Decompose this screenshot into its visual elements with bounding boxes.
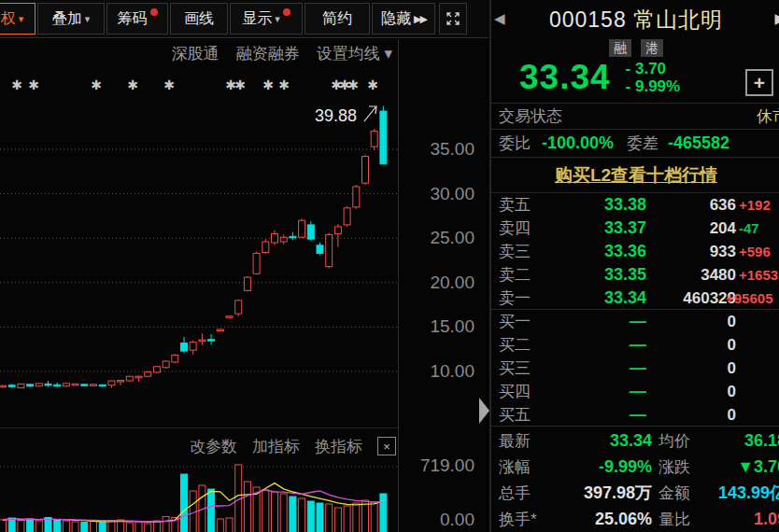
bid-volume: 0 <box>646 336 736 355</box>
stat-label: 量比 <box>652 509 706 530</box>
ask-level-label: 卖四 <box>499 217 547 239</box>
peak-price-label: 39.88 <box>315 106 357 126</box>
weicha-value: -465582 <box>668 133 729 153</box>
indicator-link-2[interactable]: 加指标 <box>252 436 300 457</box>
stat-value: 33.34 <box>553 431 652 451</box>
add-to-watchlist-button[interactable]: + <box>745 69 773 96</box>
volume-tick: 0.00 <box>440 510 474 530</box>
ask-volume: 933 <box>646 243 736 261</box>
bid-price: — <box>547 405 646 425</box>
stat-value: ▼3.70 <box>706 457 779 477</box>
stat-label: 最新 <box>499 430 553 452</box>
last-price: 33.34 <box>519 58 611 97</box>
bid-row[interactable]: 买三—0 <box>491 357 779 380</box>
stock-app-window: 权▾叠加▾筹码画线显示▾简约隐藏▶▶ 深股通融资融券设置均线 ▾ ✱✱✱✱✱✱✱… <box>0 0 779 532</box>
ask-price: 33.38 <box>547 195 646 215</box>
bid-level-label: 买四 <box>499 381 547 402</box>
bid-level-label: 买二 <box>499 334 547 356</box>
ask-level-label: 卖三 <box>499 241 547 262</box>
indicator-toolbar: 改参数加指标换指标× <box>0 435 396 457</box>
weibi-label: 委比 <box>499 133 531 154</box>
ask-row[interactable]: 卖二33.353480+1653 <box>491 263 779 287</box>
stats-row: 涨幅-9.99%涨跌▼3.70 <box>491 454 779 480</box>
ask-level-label: 卖一 <box>499 287 547 309</box>
svg-text:✱: ✱ <box>28 77 39 92</box>
stat-value: 397.98万 <box>553 482 652 504</box>
ask-level-label: 卖五 <box>499 194 547 216</box>
price-row: 33.34 - 3.70 - 9.99% <box>519 58 680 97</box>
ask-row[interactable]: 卖一33.34460329+95605 <box>491 287 779 310</box>
bid-level-label: 买一 <box>499 311 547 332</box>
change-amount: - 3.70 <box>626 60 666 77</box>
stat-label: 总手 <box>499 483 553 504</box>
svg-text:✱: ✱ <box>91 77 102 92</box>
bid-volume: 0 <box>646 383 736 401</box>
ask-volume: 3480 <box>646 266 736 285</box>
price-tick: 10.00 <box>430 361 474 382</box>
stock-name: 常山北明 <box>633 7 723 32</box>
ask-row[interactable]: 卖三33.36933+596 <box>491 240 779 263</box>
stat-label: 换手* <box>499 509 553 530</box>
trade-status-value: 休市 <box>757 105 779 127</box>
stats-row: 换手*25.06%量比1.09 <box>491 506 779 532</box>
svg-text:✱: ✱ <box>234 77 246 92</box>
ask-volume: 204 <box>646 219 736 238</box>
buy-l2-link[interactable]: 购买L2查看十档行情 <box>555 163 717 188</box>
ask-row[interactable]: 卖四33.37204-47 <box>491 217 779 240</box>
bid-volume: 0 <box>646 406 736 425</box>
stat-value: 1.09 <box>706 510 779 529</box>
stats-row: 总手397.98万金额143.99亿 <box>491 480 779 506</box>
stock-badges: 融港 <box>491 39 779 57</box>
price-change: - 3.70 - 9.99% <box>626 60 681 95</box>
bid-table: 买一—0买二—0买三—0买四—0买五—0 <box>491 310 779 427</box>
bid-volume: 0 <box>646 359 736 378</box>
prev-stock-icon[interactable]: ◀ <box>494 10 505 27</box>
bid-price: — <box>547 312 646 331</box>
bid-level-label: 买五 <box>499 404 547 426</box>
indicator-link-1[interactable]: 改参数 <box>190 436 237 457</box>
bid-row[interactable]: 买一—0 <box>491 310 779 333</box>
svg-text:✱: ✱ <box>11 77 22 92</box>
change-percent: - 9.99% <box>626 77 681 95</box>
close-icon[interactable]: × <box>377 437 396 455</box>
indicator-link-3[interactable]: 换指标 <box>315 436 362 457</box>
bid-row[interactable]: 买四—0 <box>491 380 779 403</box>
ask-volume-delta: +1653 <box>736 267 779 283</box>
l2-promo-row: 购买L2查看十档行情 <box>491 158 779 193</box>
bid-row[interactable]: 买五—0 <box>491 403 779 427</box>
bid-level-label: 买三 <box>499 357 547 379</box>
bid-volume: 0 <box>646 313 736 331</box>
stats-row: 最新33.34均价36.18 <box>491 427 779 454</box>
stat-label: 涨幅 <box>499 456 553 478</box>
stat-value: 143.99亿 <box>706 482 779 504</box>
quote-panel: ◀ ▶ 000158 常山北明 融港 33.34 - 3.70 - 9.99% … <box>489 0 779 532</box>
trade-status-label: 交易状态 <box>499 105 562 127</box>
weicha-label: 委差 <box>627 133 659 154</box>
panel-collapse-handle[interactable] <box>479 398 489 424</box>
next-stock-icon[interactable]: ▶ <box>774 10 779 27</box>
svg-text:✱: ✱ <box>367 77 378 92</box>
ask-price: 33.34 <box>547 288 646 308</box>
stat-label: 金额 <box>652 483 706 504</box>
price-tick: 15.00 <box>430 316 474 337</box>
price-tick: 20.00 <box>430 273 474 293</box>
ask-volume-delta: +95605 <box>723 290 779 306</box>
bid-price: — <box>547 358 646 378</box>
bid-row[interactable]: 买二—0 <box>491 333 779 357</box>
price-tick: 35.00 <box>430 139 474 160</box>
stat-label: 均价 <box>652 430 706 452</box>
order-summary-row: 委比 -100.00% 委差 -465582 <box>491 130 779 158</box>
stats-table: 最新33.34均价36.18涨幅-9.99%涨跌▼3.70总手397.98万金额… <box>491 427 779 532</box>
stock-badge-2: 港 <box>641 39 663 57</box>
ask-price: 33.36 <box>547 242 646 261</box>
stat-value: 36.18 <box>706 431 779 451</box>
weibi-value: -100.00% <box>542 133 614 153</box>
ask-volume-delta: +596 <box>736 244 779 259</box>
stat-value: -9.99% <box>553 457 652 477</box>
ask-level-label: 卖二 <box>499 264 547 286</box>
svg-text:✱: ✱ <box>278 77 290 92</box>
price-tick: 25.00 <box>430 228 474 248</box>
svg-text:✱: ✱ <box>347 77 359 92</box>
chart-panel: 权▾叠加▾筹码画线显示▾简约隐藏▶▶ 深股通融资融券设置均线 ▾ ✱✱✱✱✱✱✱… <box>0 0 489 532</box>
ask-row[interactable]: 卖五33.38636+192 <box>491 193 779 217</box>
